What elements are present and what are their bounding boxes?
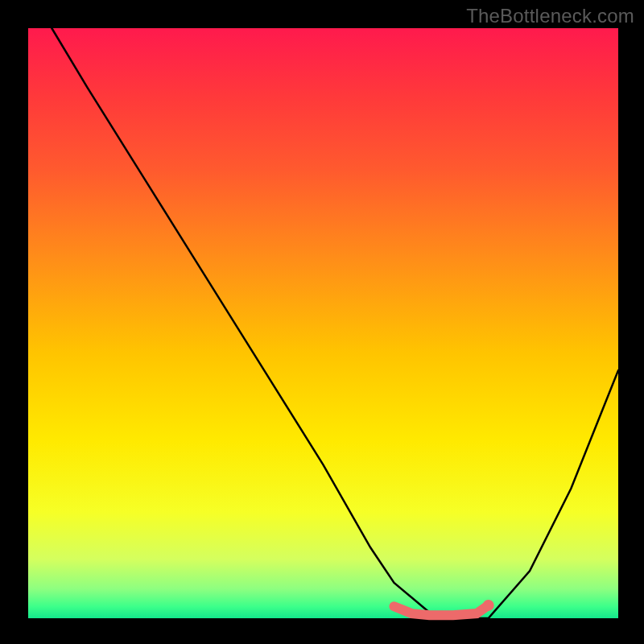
bottleneck-curve: [52, 28, 618, 618]
watermark-text: TheBottleneck.com: [466, 5, 634, 27]
optimal-end-marker: [483, 600, 494, 611]
plot-area: [28, 28, 618, 618]
chart-frame: TheBottleneck.com: [0, 0, 644, 644]
chart-svg: [28, 28, 618, 618]
optimal-zone-line: [394, 605, 489, 615]
